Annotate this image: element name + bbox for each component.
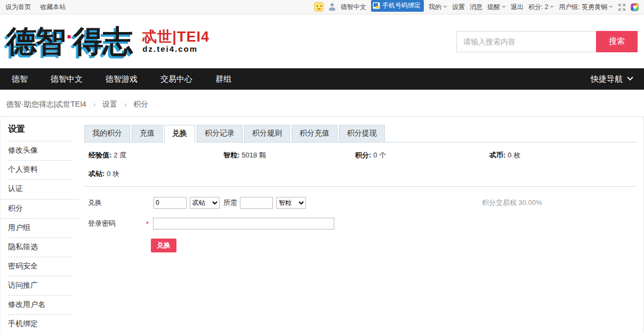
nav-item-dezhi-chinese[interactable]: 德智中文 — [51, 74, 83, 84]
sidebar-item-verification[interactable]: 认证 — [8, 180, 71, 199]
password-input[interactable] — [153, 218, 334, 229]
from-currency-select[interactable]: 忒钻 — [190, 197, 220, 209]
sidebar-item-privacy-filter[interactable]: 隐私筛选 — [8, 238, 71, 257]
credits-indicator[interactable]: 积分: 2 — [528, 3, 554, 12]
tab-credit-rules[interactable]: 积分规则 — [244, 125, 290, 142]
breadcrumb-separator: › — [93, 100, 95, 108]
site-header: 德智·得志 忒世|TEI4 dz.tei4.com 搜索 — [0, 14, 644, 68]
user-icon — [328, 3, 336, 11]
topbar-left-links: 设为首页 收藏本站 — [5, 3, 73, 12]
credits-tabs: 我的积分 充值 兑换 积分记录 积分规则 积分充值 积分提现 — [84, 125, 637, 142]
logo-sub-title: 忒世|TEI4 — [142, 29, 210, 44]
chevron-down-icon — [627, 75, 633, 81]
stat-tediamond: 忒钻:0 块 — [88, 169, 223, 179]
search-input[interactable] — [456, 31, 596, 52]
sidebar-title: 设置 — [8, 117, 71, 141]
submit-row: 兑换 — [84, 239, 637, 252]
nav-item-dezhi[interactable]: 德智 — [12, 74, 28, 84]
chevron-down-icon — [502, 6, 506, 8]
tax-note: 积分交易税 30.00% — [482, 198, 542, 208]
search-bar: 搜索 — [456, 31, 638, 52]
tab-credit-withdraw[interactable]: 积分提现 — [339, 125, 385, 142]
sidebar-item-avatar[interactable]: 修改头像 — [8, 141, 71, 161]
stat-credits: 积分:0 个 — [355, 150, 489, 160]
logo-domain: dz.tei4.com — [142, 44, 210, 53]
settings-sidebar: 设置 修改头像 个人资料 认证 积分 用户组 隐私筛选 密码安全 访问推广 修改… — [1, 117, 79, 333]
tab-recharge[interactable]: 充值 — [132, 125, 163, 142]
menu-reminders[interactable]: 提醒 — [487, 3, 506, 12]
breadcrumb: 德智·助您得志|忒世TEI4 › 设置 › 积分 — [0, 90, 644, 116]
chevron-down-icon — [550, 6, 554, 8]
favorite-site-link[interactable]: 收藏本站 — [40, 3, 66, 11]
chevron-down-icon — [443, 6, 447, 8]
sidebar-item-password-security[interactable]: 密码安全 — [8, 257, 71, 276]
breadcrumb-credits[interactable]: 积分 — [133, 100, 148, 108]
phone-badge-label: 手机号码绑定 — [382, 1, 421, 10]
sidebar-item-rename[interactable]: 修改用户名 — [8, 296, 71, 315]
main-area: 设置 修改头像 个人资料 认证 积分 用户组 隐私筛选 密码安全 访问推广 修改… — [0, 116, 644, 333]
exchange-form: 兑换 忒钻 所需 智粒 积分交易税 30.00% 登录密码 * 兑换 — [84, 197, 637, 252]
logo-subtext: 忒世|TEI4 dz.tei4.com — [142, 29, 210, 57]
emoji-avatar-icon[interactable] — [314, 2, 324, 12]
stat-zhili: 智粒:5018 颗 — [223, 150, 355, 160]
section-divider — [84, 186, 636, 187]
menu-messages[interactable]: 消息 — [470, 3, 482, 12]
credit-stats: 经验值:2 度 智粒:5018 颗 积分:0 个 忒币:0 枚 忒钻:0 块 — [84, 142, 637, 186]
sidebar-item-usergroup[interactable]: 用户组 — [8, 219, 71, 238]
sidebar-item-phone-bind[interactable]: 手机绑定 — [8, 315, 71, 333]
username-link[interactable]: 德智中文 — [341, 3, 366, 12]
tab-credit-recharge[interactable]: 积分充值 — [292, 125, 337, 142]
required-mark: * — [146, 220, 150, 228]
phone-bind-badge[interactable]: 手机号码绑定 — [371, 0, 424, 12]
tab-exchange[interactable]: 兑换 — [164, 125, 195, 142]
menu-my[interactable]: 我的 — [429, 3, 447, 12]
set-homepage-link[interactable]: 设为首页 — [5, 3, 31, 11]
exchange-amount-input[interactable] — [154, 197, 187, 209]
required-label: 所需 — [223, 198, 237, 208]
topbar-right-menu: 德智中文 手机号码绑定 我的 设置 消息 提醒 退出 积分: 2 用户组: 英勇… — [314, 2, 639, 12]
top-bar: 设为首页 收藏本站 德智中文 手机号码绑定 我的 设置 消息 提醒 退出 积分:… — [0, 0, 644, 14]
logo-main-text: 德智·得志 — [6, 26, 132, 57]
menu-settings[interactable]: 设置 — [452, 3, 465, 12]
phone-icon — [373, 2, 380, 9]
breadcrumb-home[interactable]: 德智·助您得志|忒世TEI4 — [6, 100, 86, 108]
exchange-label: 兑换 — [84, 198, 154, 208]
sidebar-item-credits[interactable]: 积分 — [1, 199, 79, 219]
fullscreen-icon[interactable] — [618, 3, 626, 11]
nav-item-dezhi-games[interactable]: 德智游戏 — [106, 74, 138, 84]
sidebar-item-profile[interactable]: 个人资料 — [8, 161, 71, 180]
stat-experience: 经验值:2 度 — [88, 150, 223, 160]
chevron-down-icon — [609, 6, 613, 8]
nav-item-groups[interactable]: 群组 — [215, 74, 231, 84]
sidebar-item-visit-promotion[interactable]: 访问推广 — [8, 276, 71, 296]
search-button[interactable]: 搜索 — [596, 31, 638, 52]
breadcrumb-separator: › — [124, 100, 126, 108]
tab-my-credits[interactable]: 我的积分 — [84, 125, 130, 142]
to-currency-select[interactable]: 智粒 — [276, 197, 306, 209]
stat-tecoin: 忒币:0 枚 — [489, 150, 637, 160]
credits-content: 我的积分 充值 兑换 积分记录 积分规则 积分充值 积分提现 经验值:2 度 智… — [79, 117, 643, 333]
main-nav: 德智 德智中文 德智游戏 交易中心 群组 快捷导航 — [0, 68, 644, 90]
breadcrumb-settings[interactable]: 设置 — [102, 100, 117, 108]
quick-nav-button[interactable]: 快捷导航 — [591, 74, 632, 84]
logo-dot: · — [66, 25, 72, 49]
password-label: 登录密码 — [84, 219, 146, 228]
required-amount-input[interactable] — [240, 197, 273, 209]
theme-palette-icon[interactable] — [631, 3, 639, 11]
exchange-submit-button[interactable]: 兑换 — [151, 239, 176, 252]
menu-logout[interactable]: 退出 — [511, 3, 524, 12]
site-logo[interactable]: 德智·得志 忒世|TEI4 dz.tei4.com — [6, 26, 210, 57]
nav-item-trade-center[interactable]: 交易中心 — [160, 74, 192, 84]
password-row: 登录密码 * — [84, 218, 637, 229]
tab-credit-log[interactable]: 积分记录 — [197, 125, 243, 142]
usergroup-indicator[interactable]: 用户组: 英勇黄铜 — [559, 3, 613, 12]
exchange-row: 兑换 忒钻 所需 智粒 积分交易税 30.00% — [84, 197, 637, 209]
